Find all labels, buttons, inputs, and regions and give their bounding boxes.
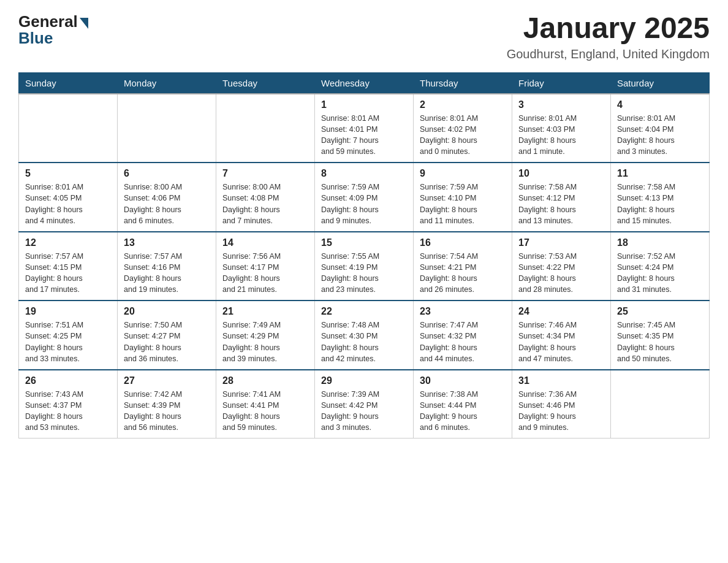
day-number: 10 [518, 168, 604, 179]
day-number: 16 [420, 237, 506, 248]
calendar-cell: 21Sunrise: 7:49 AM Sunset: 4:29 PM Dayli… [216, 301, 315, 370]
calendar-cell: 25Sunrise: 7:45 AM Sunset: 4:35 PM Dayli… [611, 301, 710, 370]
calendar-cell: 9Sunrise: 7:59 AM Sunset: 4:10 PM Daylig… [414, 163, 512, 232]
calendar-week-row: 26Sunrise: 7:43 AM Sunset: 4:37 PM Dayli… [19, 370, 710, 439]
day-info: Sunrise: 8:01 AM Sunset: 4:04 PM Dayligh… [617, 113, 703, 158]
day-number: 3 [518, 99, 604, 110]
day-number: 31 [518, 375, 604, 386]
day-number: 28 [222, 375, 308, 386]
day-info: Sunrise: 7:48 AM Sunset: 4:30 PM Dayligh… [321, 320, 407, 364]
day-info: Sunrise: 7:57 AM Sunset: 4:16 PM Dayligh… [124, 251, 210, 296]
day-info: Sunrise: 7:57 AM Sunset: 4:15 PM Dayligh… [25, 251, 111, 296]
day-number: 29 [321, 375, 407, 386]
calendar-table: Sunday Monday Tuesday Wednesday Thursday… [18, 72, 710, 439]
day-number: 26 [25, 375, 111, 386]
day-number: 11 [617, 168, 703, 179]
calendar-cell: 10Sunrise: 7:58 AM Sunset: 4:12 PM Dayli… [512, 163, 611, 232]
day-info: Sunrise: 7:59 AM Sunset: 4:10 PM Dayligh… [420, 182, 506, 226]
day-info: Sunrise: 7:55 AM Sunset: 4:19 PM Dayligh… [321, 251, 407, 296]
day-info: Sunrise: 7:47 AM Sunset: 4:32 PM Dayligh… [420, 320, 506, 364]
header-saturday: Saturday [611, 72, 710, 94]
day-number: 12 [25, 237, 111, 248]
calendar-cell: 26Sunrise: 7:43 AM Sunset: 4:37 PM Dayli… [19, 370, 118, 439]
day-info: Sunrise: 7:54 AM Sunset: 4:21 PM Dayligh… [420, 251, 506, 296]
calendar-week-row: 1Sunrise: 8:01 AM Sunset: 4:01 PM Daylig… [19, 94, 710, 163]
day-number: 25 [617, 306, 703, 317]
day-number: 24 [518, 306, 604, 317]
calendar-title: January 2025 [507, 12, 710, 45]
day-info: Sunrise: 7:49 AM Sunset: 4:29 PM Dayligh… [222, 320, 308, 364]
header-friday: Friday [512, 72, 611, 94]
day-number: 7 [222, 168, 308, 179]
day-info: Sunrise: 8:01 AM Sunset: 4:05 PM Dayligh… [25, 182, 111, 226]
day-info: Sunrise: 7:39 AM Sunset: 4:42 PM Dayligh… [321, 389, 407, 434]
day-number: 5 [25, 168, 111, 179]
day-number: 22 [321, 306, 407, 317]
calendar-cell: 29Sunrise: 7:39 AM Sunset: 4:42 PM Dayli… [315, 370, 414, 439]
day-number: 21 [222, 306, 308, 317]
calendar-cell: 14Sunrise: 7:56 AM Sunset: 4:17 PM Dayli… [216, 232, 315, 301]
title-block: January 2025 Goudhurst, England, United … [507, 12, 710, 61]
day-info: Sunrise: 7:59 AM Sunset: 4:09 PM Dayligh… [321, 182, 407, 226]
calendar-cell: 18Sunrise: 7:52 AM Sunset: 4:24 PM Dayli… [611, 232, 710, 301]
calendar-cell [19, 94, 118, 163]
day-info: Sunrise: 7:45 AM Sunset: 4:35 PM Dayligh… [617, 320, 703, 364]
calendar-cell [118, 94, 216, 163]
calendar-cell: 22Sunrise: 7:48 AM Sunset: 4:30 PM Dayli… [315, 301, 414, 370]
calendar-cell: 2Sunrise: 8:01 AM Sunset: 4:02 PM Daylig… [414, 94, 512, 163]
calendar-cell: 28Sunrise: 7:41 AM Sunset: 4:41 PM Dayli… [216, 370, 315, 439]
calendar-cell: 31Sunrise: 7:36 AM Sunset: 4:46 PM Dayli… [512, 370, 611, 439]
day-info: Sunrise: 7:36 AM Sunset: 4:46 PM Dayligh… [518, 389, 604, 434]
header-thursday: Thursday [414, 72, 512, 94]
header-sunday: Sunday [19, 72, 118, 94]
day-number: 23 [420, 306, 506, 317]
day-info: Sunrise: 7:41 AM Sunset: 4:41 PM Dayligh… [222, 389, 308, 434]
calendar-cell [611, 370, 710, 439]
day-number: 30 [420, 375, 506, 386]
calendar-cell: 8Sunrise: 7:59 AM Sunset: 4:09 PM Daylig… [315, 163, 414, 232]
calendar-cell [216, 94, 315, 163]
day-number: 17 [518, 237, 604, 248]
day-number: 15 [321, 237, 407, 248]
calendar-week-row: 19Sunrise: 7:51 AM Sunset: 4:25 PM Dayli… [19, 301, 710, 370]
day-info: Sunrise: 7:43 AM Sunset: 4:37 PM Dayligh… [25, 389, 111, 434]
day-info: Sunrise: 7:50 AM Sunset: 4:27 PM Dayligh… [124, 320, 210, 364]
calendar-cell: 23Sunrise: 7:47 AM Sunset: 4:32 PM Dayli… [414, 301, 512, 370]
calendar-cell: 13Sunrise: 7:57 AM Sunset: 4:16 PM Dayli… [118, 232, 216, 301]
logo: General Blue [18, 12, 88, 48]
calendar-week-row: 12Sunrise: 7:57 AM Sunset: 4:15 PM Dayli… [19, 232, 710, 301]
day-info: Sunrise: 8:01 AM Sunset: 4:01 PM Dayligh… [321, 113, 407, 158]
calendar-cell: 27Sunrise: 7:42 AM Sunset: 4:39 PM Dayli… [118, 370, 216, 439]
calendar-cell: 1Sunrise: 8:01 AM Sunset: 4:01 PM Daylig… [315, 94, 414, 163]
logo-blue-text: Blue [18, 29, 53, 48]
day-info: Sunrise: 7:38 AM Sunset: 4:44 PM Dayligh… [420, 389, 506, 434]
calendar-cell: 20Sunrise: 7:50 AM Sunset: 4:27 PM Dayli… [118, 301, 216, 370]
calendar-cell: 24Sunrise: 7:46 AM Sunset: 4:34 PM Dayli… [512, 301, 611, 370]
calendar-header-row: Sunday Monday Tuesday Wednesday Thursday… [19, 72, 710, 94]
calendar-cell: 3Sunrise: 8:01 AM Sunset: 4:03 PM Daylig… [512, 94, 611, 163]
day-info: Sunrise: 7:56 AM Sunset: 4:17 PM Dayligh… [222, 251, 308, 296]
day-number: 1 [321, 99, 407, 110]
day-info: Sunrise: 7:42 AM Sunset: 4:39 PM Dayligh… [124, 389, 210, 434]
day-number: 20 [124, 306, 210, 317]
day-info: Sunrise: 8:00 AM Sunset: 4:08 PM Dayligh… [222, 182, 308, 226]
page-header: General Blue January 2025 Goudhurst, Eng… [18, 12, 710, 61]
calendar-cell: 17Sunrise: 7:53 AM Sunset: 4:22 PM Dayli… [512, 232, 611, 301]
day-number: 13 [124, 237, 210, 248]
header-tuesday: Tuesday [216, 72, 315, 94]
logo-arrow-icon [80, 18, 88, 29]
day-info: Sunrise: 7:58 AM Sunset: 4:13 PM Dayligh… [617, 182, 703, 226]
day-info: Sunrise: 7:58 AM Sunset: 4:12 PM Dayligh… [518, 182, 604, 226]
day-info: Sunrise: 8:00 AM Sunset: 4:06 PM Dayligh… [124, 182, 210, 226]
calendar-cell: 12Sunrise: 7:57 AM Sunset: 4:15 PM Dayli… [19, 232, 118, 301]
day-number: 6 [124, 168, 210, 179]
day-number: 8 [321, 168, 407, 179]
calendar-cell: 11Sunrise: 7:58 AM Sunset: 4:13 PM Dayli… [611, 163, 710, 232]
day-info: Sunrise: 7:53 AM Sunset: 4:22 PM Dayligh… [518, 251, 604, 296]
day-number: 19 [25, 306, 111, 317]
day-number: 9 [420, 168, 506, 179]
day-info: Sunrise: 7:46 AM Sunset: 4:34 PM Dayligh… [518, 320, 604, 364]
calendar-cell: 4Sunrise: 8:01 AM Sunset: 4:04 PM Daylig… [611, 94, 710, 163]
day-info: Sunrise: 7:51 AM Sunset: 4:25 PM Dayligh… [25, 320, 111, 364]
calendar-cell: 6Sunrise: 8:00 AM Sunset: 4:06 PM Daylig… [118, 163, 216, 232]
